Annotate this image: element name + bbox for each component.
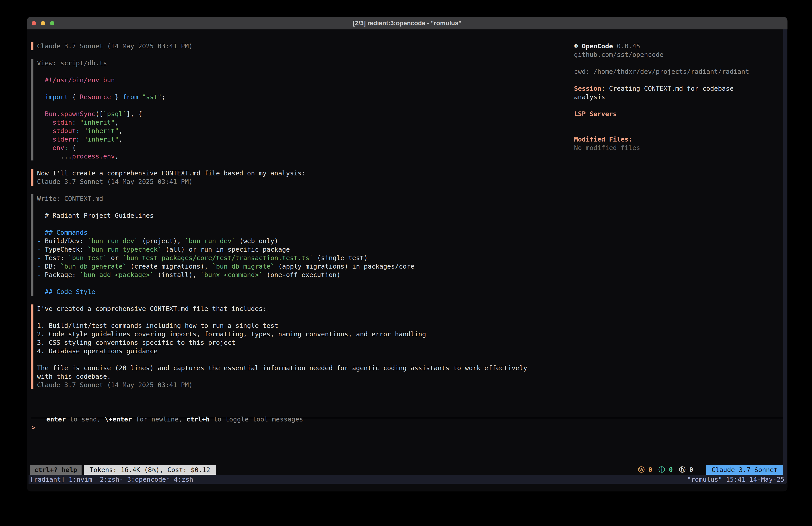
code-line-spawnsync: Bun.spawnSync([`psql`], { — [37, 110, 536, 118]
spacer — [574, 76, 752, 84]
code-colon: : — [76, 127, 80, 134]
assistant-message-header: Claude 3.7 Sonnet (14 May 2025 03:41 PM) — [31, 42, 536, 51]
assistant-message: Now I'll create a comprehensive CONTEXT.… — [31, 169, 536, 186]
chat-transcript: Claude 3.7 Sonnet (14 May 2025 03:41 PM)… — [31, 42, 536, 398]
md-inline-code: `bun run dev` — [88, 237, 138, 245]
spacer — [574, 59, 752, 67]
info-counter: ⓘ 0 — [658, 465, 673, 474]
tmux-window-list[interactable]: [radiant] 1:nvim 2:zsh- 3:opencode* 4:zs… — [30, 475, 193, 483]
hint-circle-icon: ⓗ — [679, 466, 685, 473]
spacer — [37, 203, 536, 211]
model-timestamp: Claude 3.7 Sonnet (14 May 2025 03:41 PM) — [37, 381, 536, 389]
code-string: "sst" — [142, 93, 161, 101]
code-keyword: import — [37, 93, 68, 101]
key-backslash-enter: \+enter — [105, 415, 132, 423]
close-window-button[interactable] — [32, 21, 36, 25]
md-inline-code: `bun test packages/core/test/transaction… — [122, 254, 313, 262]
spacer — [37, 279, 536, 287]
code-token: #!/usr/bin/env bun — [37, 76, 115, 84]
md-text: Package: — [45, 271, 80, 279]
code-property: stdout — [37, 127, 76, 134]
md-bullet: - — [37, 262, 45, 270]
assistant-text: The file is concise (20 lines) and captu… — [37, 364, 536, 381]
tmux-statusbar: [radiant] 1:nvim 2:zsh- 3:opencode* 4:zs… — [29, 475, 786, 484]
code-line-shebang: #!/usr/bin/env bun — [37, 76, 536, 84]
app-brand: © OpenCode 0.0.45 — [574, 42, 752, 51]
terminal-window: [2/3] radiant:3:opencode - "romulus" Cla… — [27, 17, 787, 492]
md-text: (install), — [154, 271, 201, 279]
tokens-cost-chip: Tokens: 16.4K (8%), Cost: $0.12 — [84, 465, 216, 475]
code-line-env: env: { — [37, 144, 536, 152]
code-line-import: import { Resource } from "sst"; — [37, 93, 536, 101]
session-title: Session: Creating CONTEXT.md for codebas… — [574, 84, 752, 101]
code-line-stdout: stdout: "inherit", — [37, 127, 536, 135]
code-punct: } — [111, 93, 122, 101]
help-keybinding-chip: ctrl+? help — [30, 465, 82, 475]
code-punct: ], { — [127, 110, 142, 118]
code-punct: { — [68, 144, 76, 152]
opencode-statusbar: ctrl+? help Tokens: 16.4K (8%), Cost: $0… — [30, 465, 783, 475]
info-sidebar: © OpenCode 0.0.45 github.com/sst/opencod… — [574, 42, 752, 152]
warnings-count: 0 — [644, 466, 652, 473]
model-timestamp: Claude 3.7 Sonnet (14 May 2025 03:41 PM) — [37, 177, 536, 186]
spacer — [37, 101, 536, 110]
lsp-servers-header: LSP Servers — [574, 110, 752, 118]
modified-files-empty: No modified files — [574, 144, 752, 152]
code-function: Bun.spawnSync — [37, 110, 96, 118]
code-identifier: process.env — [72, 153, 115, 160]
md-bullet: - — [37, 246, 45, 253]
code-property: stderr — [37, 136, 76, 143]
tool-write-label: Write: CONTEXT.md — [37, 194, 536, 203]
traffic-lights — [32, 17, 54, 29]
hints-count: 0 — [685, 466, 693, 473]
code-identifier: Resource — [80, 93, 111, 101]
code-punct: , — [115, 118, 118, 126]
zoom-window-button[interactable] — [50, 21, 54, 25]
assistant-text: Now I'll create a comprehensive CONTEXT.… — [37, 169, 536, 177]
info-circle-icon: ⓘ — [658, 466, 665, 473]
md-text: TypeCheck: — [45, 246, 88, 253]
md-text: Build/Dev: — [45, 237, 88, 245]
code-line-stdin: stdin: "inherit", — [37, 118, 536, 127]
md-text: (single test) — [313, 254, 368, 262]
md-inline-code: `bun db generate` — [60, 262, 127, 270]
key-ctrl-h: ctrl+h — [186, 415, 210, 423]
md-text: (project), — [138, 237, 185, 245]
code-colon: : — [76, 136, 80, 143]
md-list-item: - Build/Dev: `bun run dev` (project), `b… — [37, 237, 536, 245]
tool-view-label: View: script/db.ts — [37, 59, 536, 67]
desktop: { "titlebar": { "title": "[2/3] radiant:… — [0, 0, 812, 526]
terminal-right-gutter — [783, 29, 787, 483]
code-string: "inherit" — [80, 127, 119, 134]
md-inline-code: `bun db migrate` — [212, 262, 274, 270]
keybinding-hints: enter to send, \+enter for newline, ctrl… — [31, 407, 303, 432]
modified-files-header: Modified Files: — [574, 135, 752, 144]
md-text: (all) or run in specific package — [162, 246, 290, 253]
chat-input-prompt[interactable]: > — [32, 423, 35, 432]
prompt-chevron-icon: > — [32, 424, 35, 431]
spacer — [574, 127, 752, 135]
md-text: (web only) — [235, 237, 278, 245]
md-text: (create migrations), — [127, 262, 212, 270]
code-string: `psql` — [103, 110, 127, 118]
minimize-window-button[interactable] — [41, 21, 45, 25]
hints-counter: ⓗ 0 — [679, 465, 693, 474]
spacer — [574, 118, 752, 127]
code-punct: ; — [162, 93, 165, 101]
spacer — [37, 67, 536, 76]
md-text: (apply migrations) in packages/core — [274, 262, 415, 270]
spacer — [37, 220, 536, 228]
code-punct: , — [115, 153, 118, 160]
assistant-message: I've created a comprehensive CONTEXT.md … — [31, 304, 536, 389]
numbered-item: 3. CSS styling conventions specific to t… — [37, 338, 536, 347]
code-keyword: from — [122, 93, 138, 101]
numbered-item: 2. Code style guidelines covering import… — [37, 330, 536, 338]
code-punct: { — [68, 93, 80, 101]
warning-circle-icon: ⓦ — [638, 466, 644, 473]
code-line-stderr: stderr: "inherit", — [37, 135, 536, 144]
model-badge: Claude 3.7 Sonnet — [706, 465, 783, 475]
app-version: 0.0.45 — [613, 42, 640, 50]
cwd-path: cwd: /home/thdxr/dev/projects/radiant/ra… — [574, 67, 752, 76]
code-line-spread: ...process.env, — [37, 152, 536, 160]
md-inline-code: `bun add <package>` — [80, 271, 154, 279]
